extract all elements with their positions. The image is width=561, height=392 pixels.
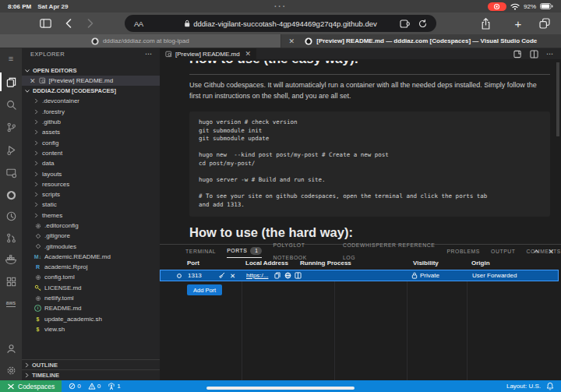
- editor-tab-readme-preview[interactable]: [Preview] README.md ✕: [160, 48, 256, 59]
- folder-row[interactable]: data: [22, 158, 160, 168]
- battery-icon: [540, 3, 553, 9]
- safari-tab-vscode[interactable]: ✕ [Preview] README.md — dddiaz.com [Code…: [280, 34, 561, 48]
- extensions-grid-view-button[interactable]: [0, 272, 22, 291]
- run-debug-button[interactable]: [0, 140, 22, 159]
- folder-row[interactable]: assets: [22, 127, 160, 137]
- battery-percent: 92%: [524, 3, 536, 10]
- tab-title: [Preview] README.md — dddiaz.com [Codesp…: [316, 37, 537, 44]
- workspace-section[interactable]: DDDIAZ.COM [CODESPACES]: [22, 86, 160, 96]
- forwarded-ports-indicator[interactable]: 1: [108, 383, 120, 390]
- folder-row[interactable]: layouts: [22, 168, 160, 178]
- multitask-dots-icon[interactable]: ···: [274, 2, 287, 11]
- folder-row[interactable]: resources: [22, 179, 160, 189]
- open-editor-readme-preview[interactable]: ✕ [Preview] README.md: [22, 76, 160, 86]
- add-port-button[interactable]: Add Port: [187, 284, 222, 295]
- close-icon[interactable]: ✕: [245, 50, 251, 58]
- back-button[interactable]: [62, 12, 75, 34]
- menu-button[interactable]: ≡: [0, 49, 22, 68]
- open-in-browser-icon[interactable]: [284, 270, 291, 281]
- sidebar-toggle-button[interactable]: [37, 12, 53, 34]
- file-name: README.md: [44, 305, 82, 312]
- timer-view-button[interactable]: [0, 207, 22, 225]
- remote-indicator[interactable]: Codespaces: [0, 380, 62, 392]
- file-row[interactable]: netlify.toml: [22, 293, 160, 303]
- file-row[interactable]: .gitignore: [22, 231, 160, 241]
- open-editors-section[interactable]: OPEN EDITORS: [22, 65, 160, 76]
- editor-scrollbar[interactable]: [556, 62, 559, 136]
- local-address-link[interactable]: https:/...: [246, 270, 268, 281]
- tab-overview-button[interactable]: [538, 12, 552, 34]
- folder-row[interactable]: content: [22, 148, 160, 158]
- timeline-section[interactable]: TIMELINE: [22, 369, 160, 380]
- errors-indicator[interactable]: 0: [69, 383, 80, 390]
- more-actions-icon[interactable]: ⋯: [546, 50, 554, 58]
- folder-row[interactable]: .github: [22, 117, 160, 127]
- extensions-button[interactable]: [400, 19, 410, 28]
- views-more-actions-icon[interactable]: ⋯: [145, 50, 153, 58]
- port-row-1313[interactable]: 1313 ✕ https:/...: [160, 270, 559, 281]
- tab-problems[interactable]: PROBLEMS: [446, 245, 480, 258]
- forward-button[interactable]: [84, 12, 97, 34]
- preview-in-editor-icon[interactable]: [295, 270, 302, 281]
- close-icon[interactable]: ✕: [30, 77, 36, 85]
- aws-view-button[interactable]: aws: [0, 294, 22, 313]
- folder-row[interactable]: static: [22, 200, 160, 210]
- settings-button[interactable]: [0, 361, 22, 380]
- search-view-button[interactable]: [0, 95, 22, 114]
- column-port: Port: [187, 260, 199, 267]
- section-label: OUTLINE: [32, 362, 58, 369]
- folder-row[interactable]: .devcontainer: [22, 96, 160, 106]
- github-view-button[interactable]: [0, 185, 22, 204]
- address-bar[interactable]: AA dddiaz-vigilant-succotash-4gp494469g2…: [125, 15, 436, 32]
- bell-icon[interactable]: [546, 382, 554, 390]
- file-row[interactable]: i README.md: [22, 303, 160, 313]
- copy-address-icon[interactable]: [274, 270, 280, 281]
- outline-section[interactable]: OUTLINE: [22, 359, 160, 370]
- file-row[interactable]: M↓ Academic.README.md: [22, 252, 160, 262]
- tab-terminal[interactable]: TERMINAL: [185, 245, 216, 258]
- close-tab-icon[interactable]: ✕: [289, 37, 295, 45]
- folder-row[interactable]: themes: [22, 210, 160, 221]
- screen-recording-indicator[interactable]: [488, 2, 506, 11]
- tab-ports[interactable]: PORTS 1: [227, 245, 262, 258]
- accounts-button[interactable]: [0, 339, 22, 358]
- lock-icon: [184, 19, 190, 27]
- file-row[interactable]: R academic.Rproj: [22, 262, 160, 272]
- folder-name: content: [42, 150, 62, 157]
- safari-tab-github-repo[interactable]: dddiaz/dddiaz.com at blog-ipad: [0, 34, 280, 48]
- pull-requests-view-button[interactable]: [0, 228, 22, 247]
- chevron-down-icon: [24, 88, 30, 94]
- docker-icon: [5, 254, 17, 265]
- source-control-icon: [5, 122, 17, 133]
- docker-view-button[interactable]: [0, 250, 22, 269]
- keyboard-layout[interactable]: Layout: U.S.: [506, 383, 541, 390]
- open-preview-icon[interactable]: [513, 50, 522, 58]
- remote-explorer-button[interactable]: [0, 163, 22, 182]
- explorer-view-button[interactable]: [0, 72, 22, 91]
- folder-row[interactable]: scripts: [22, 189, 160, 200]
- source-control-button[interactable]: [0, 118, 22, 136]
- share-button[interactable]: [478, 12, 492, 34]
- folder-row[interactable]: .forestry: [22, 107, 160, 117]
- close-panel-icon[interactable]: ✕: [548, 248, 554, 256]
- warnings-indicator[interactable]: 0: [88, 383, 101, 390]
- warning-icon: [88, 383, 96, 390]
- reader-options-button[interactable]: AA: [134, 19, 143, 28]
- file-row[interactable]: $ view.sh: [22, 324, 160, 334]
- clear-port-icon[interactable]: [218, 270, 225, 281]
- file-row[interactable]: .editorconfig: [22, 221, 160, 231]
- extensions-icon: [400, 19, 410, 28]
- file-row[interactable]: $ update_academic.sh: [22, 314, 160, 324]
- file-row[interactable]: LICENSE.md: [22, 283, 160, 293]
- maximize-panel-icon[interactable]: [533, 249, 540, 254]
- code-line: git submodule update: [199, 135, 541, 143]
- tab-output[interactable]: OUTPUT: [491, 245, 516, 258]
- file-row[interactable]: .gitmodules: [22, 241, 160, 251]
- remove-port-icon[interactable]: ✕: [230, 270, 235, 281]
- home-indicator[interactable]: [206, 387, 355, 390]
- new-tab-button[interactable]: +: [511, 12, 525, 34]
- file-row[interactable]: config.toml: [22, 272, 160, 282]
- split-editor-icon[interactable]: [530, 50, 538, 58]
- folder-row[interactable]: config: [22, 137, 160, 147]
- reload-button[interactable]: [418, 19, 427, 28]
